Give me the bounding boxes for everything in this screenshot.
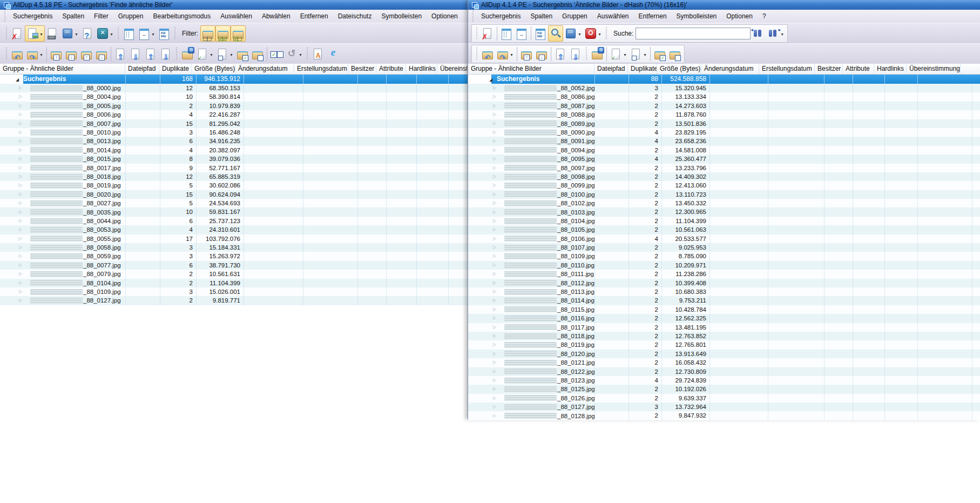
column-header-3[interactable]: Größe (Bytes) bbox=[657, 64, 701, 74]
expander-icon[interactable] bbox=[18, 146, 23, 155]
view-mode-button[interactable] bbox=[25, 25, 45, 42]
table-row[interactable]: _88_0115.jpg210.428.784 bbox=[468, 305, 980, 314]
expander-icon[interactable] bbox=[18, 217, 23, 225]
previous-group-button[interactable] bbox=[480, 46, 495, 62]
expander-icon[interactable] bbox=[18, 243, 23, 252]
table-row[interactable]: _88_0116.jpg212.562.325 bbox=[468, 314, 980, 323]
expander-icon[interactable] bbox=[18, 92, 23, 101]
menu-abw-hlen[interactable]: Abwählen bbox=[257, 11, 295, 22]
table-row[interactable]: _88_0120.jpg213.913.649 bbox=[468, 350, 980, 358]
table-row[interactable]: _88_0079.jpg210.561.631 bbox=[0, 270, 468, 278]
find-next-button[interactable] bbox=[766, 25, 786, 42]
expander-icon[interactable] bbox=[492, 146, 497, 155]
restore-selection-button[interactable] bbox=[269, 46, 284, 62]
help-button[interactable] bbox=[80, 25, 95, 42]
expander-icon[interactable] bbox=[18, 296, 23, 305]
table-row[interactable]: _88_0126.jpg29.639.337 bbox=[468, 394, 980, 403]
expander-icon[interactable] bbox=[492, 261, 497, 270]
menu-bearbeitungsmodus[interactable]: Bearbeitungsmodus bbox=[148, 11, 215, 22]
first-group-button[interactable] bbox=[519, 46, 534, 62]
table-row[interactable]: _88_0099.jpg212.413.060 bbox=[468, 181, 980, 190]
dropdown-arrow-icon[interactable] bbox=[109, 30, 114, 37]
summary-row[interactable]: Suchergebnis168946.135.912 bbox=[0, 75, 468, 84]
select-files-button[interactable] bbox=[195, 46, 215, 62]
menu-gruppen[interactable]: Gruppen bbox=[557, 11, 592, 22]
table-row[interactable]: _88_0123.jpg429.724.839 bbox=[468, 376, 980, 385]
expander-icon[interactable] bbox=[492, 92, 497, 101]
expander-icon[interactable] bbox=[492, 199, 497, 207]
menu-suchergebnis[interactable]: Suchergebnis bbox=[476, 11, 525, 22]
menu-dateischutz[interactable]: Dateischutz bbox=[333, 11, 377, 22]
expander-icon[interactable] bbox=[492, 102, 497, 110]
close-search-result-button[interactable] bbox=[10, 25, 25, 42]
summary-row[interactable]: Suchergebnis88524.588.858 bbox=[468, 75, 980, 84]
table-row[interactable]: _88_0112.jpg210.399.408 bbox=[468, 279, 980, 287]
menu-filter[interactable]: Filter bbox=[89, 11, 113, 22]
expander-icon[interactable] bbox=[492, 137, 497, 145]
toolbar-grip[interactable] bbox=[117, 27, 119, 40]
expander-icon[interactable] bbox=[18, 102, 23, 110]
table-row[interactable]: _88_0058.jpg315.184.331 bbox=[0, 243, 468, 252]
column-header-1[interactable]: Dateipfad bbox=[594, 64, 628, 74]
table-row[interactable]: _88_0087.jpg214.273.603 bbox=[468, 102, 980, 110]
table-row[interactable]: _88_0020.jpg1590.624.094 bbox=[0, 190, 468, 199]
expander-icon[interactable] bbox=[492, 270, 497, 278]
table-row[interactable]: _88_0027.jpg524.534.693 bbox=[0, 199, 468, 207]
save-button[interactable] bbox=[563, 25, 583, 42]
expander-icon[interactable] bbox=[18, 164, 23, 172]
expander-icon[interactable] bbox=[18, 128, 23, 137]
deselect-files-button[interactable] bbox=[628, 46, 648, 62]
column-header-1[interactable]: Dateipfad bbox=[125, 64, 159, 74]
expander-icon[interactable] bbox=[492, 287, 497, 296]
next-group-file-button[interactable] bbox=[94, 46, 109, 62]
table-row[interactable]: _88_0104.jpg211.104.399 bbox=[468, 217, 980, 225]
dropdown-arrow-icon[interactable] bbox=[39, 30, 44, 37]
table-row[interactable]: _88_0111.jpg211.238.286 bbox=[468, 270, 980, 278]
table-row[interactable]: _88_0018.jpg1265.885.319 bbox=[0, 172, 468, 181]
first-group-button[interactable] bbox=[49, 46, 64, 62]
table-row[interactable]: _88_0090.jpg423.829.195 bbox=[468, 128, 980, 137]
expander-icon[interactable] bbox=[492, 243, 497, 252]
menu-spalten[interactable]: Spalten bbox=[525, 11, 557, 22]
previous-selected-file-button[interactable] bbox=[143, 46, 158, 62]
size-unit-button[interactable] bbox=[157, 25, 172, 42]
table-row[interactable]: _88_0095.jpg425.360.477 bbox=[468, 155, 980, 163]
toolbar-grip[interactable] bbox=[605, 27, 607, 40]
column-header-7[interactable]: Attribute bbox=[843, 64, 874, 74]
save-button[interactable] bbox=[60, 25, 80, 42]
undo-button[interactable] bbox=[284, 46, 304, 62]
previous-group-button[interactable] bbox=[10, 46, 25, 62]
expander-icon[interactable] bbox=[18, 172, 23, 181]
quit-button[interactable] bbox=[583, 25, 603, 42]
table-row[interactable]: _88_0100.jpg213.110.723 bbox=[468, 190, 980, 199]
expander-icon[interactable] bbox=[492, 84, 497, 92]
expander-icon[interactable] bbox=[492, 190, 497, 199]
table-row[interactable]: _88_0005.jpg210.979.839 bbox=[0, 102, 468, 110]
close-search-result-button[interactable] bbox=[480, 25, 495, 42]
expander-icon[interactable] bbox=[492, 119, 497, 128]
table-row[interactable]: _88_0121.jpg216.058.432 bbox=[468, 358, 980, 367]
previous-group-file-button[interactable] bbox=[79, 46, 94, 62]
open-with-editor-button[interactable] bbox=[310, 46, 326, 62]
table-row[interactable]: _88_0106.jpg420.533.577 bbox=[468, 234, 980, 243]
expander-icon[interactable] bbox=[18, 208, 23, 217]
table-row[interactable]: _88_0122.jpg212.730.809 bbox=[468, 367, 980, 376]
expander-icon[interactable] bbox=[492, 155, 497, 163]
select-files-button[interactable] bbox=[609, 46, 628, 62]
next-group-button[interactable] bbox=[495, 46, 515, 62]
group-options-button[interactable] bbox=[590, 46, 605, 62]
expander-icon[interactable] bbox=[492, 367, 497, 376]
table-row[interactable]: _88_0091.jpg423.658.236 bbox=[468, 137, 980, 145]
table-row[interactable]: _88_0104.jpg211.104.399 bbox=[0, 279, 468, 287]
expander-icon[interactable] bbox=[18, 137, 23, 145]
table-row[interactable]: _88_0107.jpg29.025.953 bbox=[468, 243, 980, 252]
column-header-9[interactable]: Übereinst bbox=[437, 64, 468, 74]
table-row[interactable]: _88_0089.jpg213.501.836 bbox=[468, 119, 980, 128]
columns-button[interactable] bbox=[499, 25, 514, 42]
table-row[interactable]: _88_0077.jpg638.791.730 bbox=[0, 261, 468, 270]
dropdown-arrow-icon[interactable] bbox=[643, 50, 647, 58]
deselect-group-button[interactable] bbox=[250, 46, 265, 62]
column-header-0[interactable]: Gruppe - Ähnliche Bilder bbox=[468, 64, 594, 74]
group-options-button[interactable] bbox=[180, 46, 195, 62]
table-row[interactable]: _88_0015.jpg839.079.036 bbox=[0, 155, 468, 163]
